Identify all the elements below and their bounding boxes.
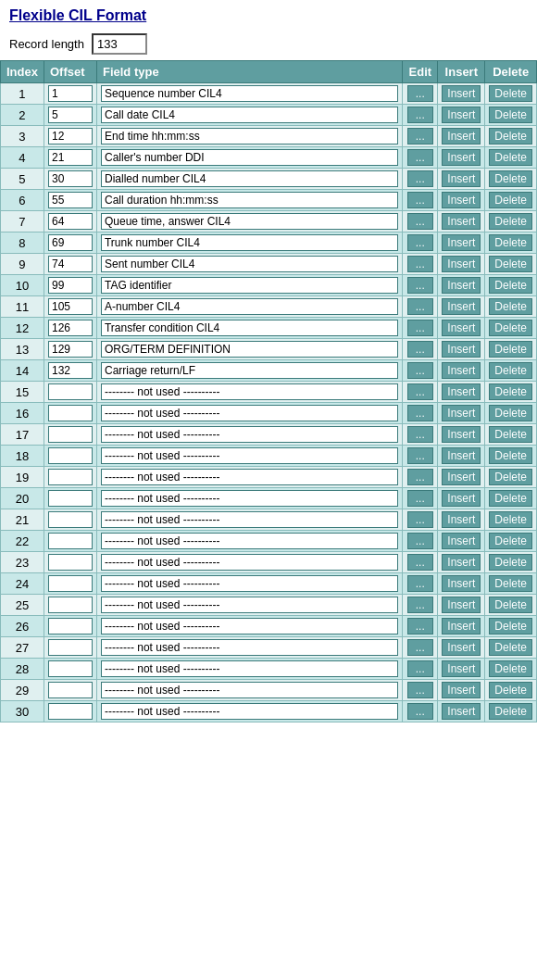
insert-button[interactable]: Insert [442, 362, 481, 379]
offset-input[interactable] [48, 682, 93, 698]
edit-button[interactable]: ... [407, 511, 433, 528]
offset-input[interactable] [48, 298, 93, 315]
delete-button[interactable]: Delete [489, 703, 532, 720]
insert-button[interactable]: Insert [442, 575, 481, 592]
offset-input[interactable] [48, 213, 93, 230]
field-type-input[interactable] [101, 554, 398, 571]
insert-button[interactable]: Insert [442, 149, 481, 166]
edit-button[interactable]: ... [407, 107, 433, 123]
edit-button[interactable]: ... [407, 554, 433, 571]
field-type-input[interactable] [101, 575, 398, 592]
insert-button[interactable]: Insert [442, 320, 481, 336]
edit-button[interactable]: ... [407, 256, 433, 272]
offset-input[interactable] [48, 490, 93, 507]
delete-button[interactable]: Delete [489, 533, 532, 549]
offset-input[interactable] [48, 192, 93, 208]
edit-button[interactable]: ... [407, 405, 433, 421]
edit-button[interactable]: ... [407, 128, 433, 144]
edit-button[interactable]: ... [407, 533, 433, 549]
edit-button[interactable]: ... [407, 682, 433, 698]
offset-input[interactable] [48, 128, 93, 144]
field-type-input[interactable] [101, 362, 398, 379]
offset-input[interactable] [48, 149, 93, 166]
delete-button[interactable]: Delete [489, 405, 532, 421]
delete-button[interactable]: Delete [489, 383, 532, 400]
field-type-input[interactable] [101, 213, 398, 230]
field-type-input[interactable] [101, 682, 398, 698]
offset-input[interactable] [48, 426, 93, 443]
delete-button[interactable]: Delete [489, 170, 532, 187]
offset-input[interactable] [48, 639, 93, 656]
delete-button[interactable]: Delete [489, 469, 532, 485]
insert-button[interactable]: Insert [442, 383, 481, 400]
insert-button[interactable]: Insert [442, 597, 481, 613]
edit-button[interactable]: ... [407, 426, 433, 443]
field-type-input[interactable] [101, 426, 398, 443]
offset-input[interactable] [48, 320, 93, 336]
offset-input[interactable] [48, 618, 93, 634]
edit-button[interactable]: ... [407, 149, 433, 166]
insert-button[interactable]: Insert [442, 533, 481, 549]
field-type-input[interactable] [101, 511, 398, 528]
field-type-input[interactable] [101, 618, 398, 634]
field-type-input[interactable] [101, 447, 398, 464]
delete-button[interactable]: Delete [489, 426, 532, 443]
offset-input[interactable] [48, 554, 93, 571]
insert-button[interactable]: Insert [442, 660, 481, 677]
insert-button[interactable]: Insert [442, 85, 481, 102]
insert-button[interactable]: Insert [442, 256, 481, 272]
field-type-input[interactable] [101, 639, 398, 656]
delete-button[interactable]: Delete [489, 447, 532, 464]
edit-button[interactable]: ... [407, 170, 433, 187]
delete-button[interactable]: Delete [489, 298, 532, 315]
edit-button[interactable]: ... [407, 213, 433, 230]
field-type-input[interactable] [101, 660, 398, 677]
field-type-input[interactable] [101, 533, 398, 549]
field-type-input[interactable] [101, 128, 398, 144]
delete-button[interactable]: Delete [489, 554, 532, 571]
edit-button[interactable]: ... [407, 469, 433, 485]
field-type-input[interactable] [101, 107, 398, 123]
offset-input[interactable] [48, 362, 93, 379]
insert-button[interactable]: Insert [442, 277, 481, 294]
insert-button[interactable]: Insert [442, 490, 481, 507]
insert-button[interactable]: Insert [442, 447, 481, 464]
delete-button[interactable]: Delete [489, 490, 532, 507]
field-type-input[interactable] [101, 469, 398, 485]
offset-input[interactable] [48, 383, 93, 400]
offset-input[interactable] [48, 234, 93, 251]
field-type-input[interactable] [101, 170, 398, 187]
offset-input[interactable] [48, 703, 93, 720]
offset-input[interactable] [48, 107, 93, 123]
delete-button[interactable]: Delete [489, 682, 532, 698]
insert-button[interactable]: Insert [442, 511, 481, 528]
field-type-input[interactable] [101, 234, 398, 251]
field-type-input[interactable] [101, 703, 398, 720]
offset-input[interactable] [48, 511, 93, 528]
edit-button[interactable]: ... [407, 298, 433, 315]
delete-button[interactable]: Delete [489, 256, 532, 272]
field-type-input[interactable] [101, 383, 398, 400]
offset-input[interactable] [48, 597, 93, 613]
edit-button[interactable]: ... [407, 660, 433, 677]
delete-button[interactable]: Delete [489, 597, 532, 613]
delete-button[interactable]: Delete [489, 362, 532, 379]
field-type-input[interactable] [101, 341, 398, 358]
edit-button[interactable]: ... [407, 341, 433, 358]
delete-button[interactable]: Delete [489, 107, 532, 123]
insert-button[interactable]: Insert [442, 703, 481, 720]
insert-button[interactable]: Insert [442, 298, 481, 315]
insert-button[interactable]: Insert [442, 341, 481, 358]
delete-button[interactable]: Delete [489, 341, 532, 358]
edit-button[interactable]: ... [407, 85, 433, 102]
field-type-input[interactable] [101, 597, 398, 613]
field-type-input[interactable] [101, 149, 398, 166]
delete-button[interactable]: Delete [489, 660, 532, 677]
insert-button[interactable]: Insert [442, 554, 481, 571]
record-length-input[interactable] [92, 33, 147, 55]
delete-button[interactable]: Delete [489, 213, 532, 230]
field-type-input[interactable] [101, 85, 398, 102]
delete-button[interactable]: Delete [489, 149, 532, 166]
edit-button[interactable]: ... [407, 192, 433, 208]
offset-input[interactable] [48, 341, 93, 358]
